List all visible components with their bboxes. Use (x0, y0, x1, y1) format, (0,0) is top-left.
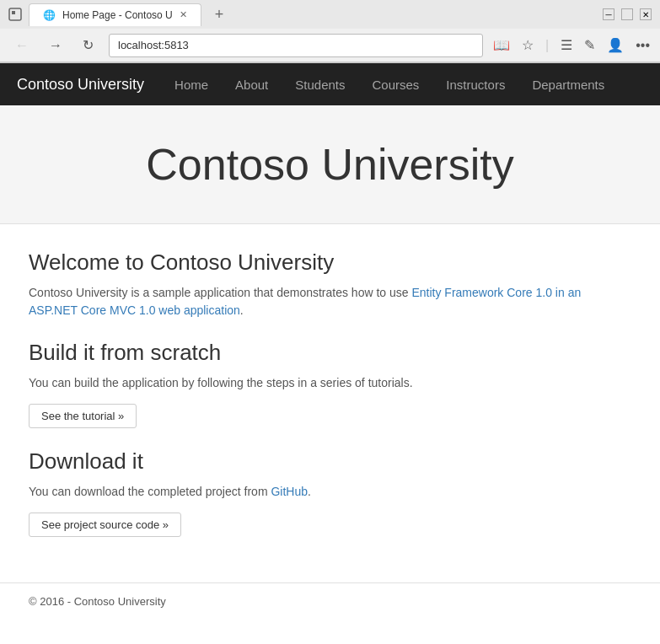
nav-link-instructors[interactable]: Instructors (432, 65, 518, 105)
build-text: You can build the application by followi… (29, 374, 612, 392)
minimize-button[interactable]: ─ (603, 8, 614, 20)
url-input[interactable] (109, 34, 483, 57)
website-content: Contoso University Home About Students C… (0, 63, 660, 614)
intro-text-after: . (240, 303, 244, 317)
download-paragraph: You can download the completed project f… (29, 483, 612, 501)
refresh-button[interactable]: ↻ (78, 35, 99, 55)
tab-favicon: 🌐 (43, 9, 56, 21)
browser-tab[interactable]: 🌐 Home Page - Contoso U ✕ (29, 3, 201, 26)
more-icon[interactable]: ••• (636, 38, 650, 53)
tutorial-button[interactable]: See the tutorial » (29, 404, 137, 428)
download-heading: Download it (29, 448, 612, 475)
welcome-heading: Welcome to Contoso University (29, 250, 612, 276)
nav-link-departments[interactable]: Departments (518, 65, 618, 105)
source-code-button[interactable]: See project source code » (29, 513, 181, 537)
main-content: Welcome to Contoso University Contoso Un… (0, 241, 641, 582)
tab-title: Home Page - Contoso U (62, 9, 173, 21)
edit-icon[interactable]: ✎ (584, 37, 595, 53)
nav-link-students[interactable]: Students (282, 65, 358, 105)
download-text-after: . (308, 485, 311, 498)
close-button[interactable]: ✕ (640, 8, 652, 20)
github-link[interactable]: GitHub (271, 485, 308, 498)
nav-link-about[interactable]: About (222, 65, 282, 105)
window-icon (8, 8, 22, 21)
nav-links: Home About Students Courses Instructors … (161, 65, 618, 105)
navbar: Contoso University Home About Students C… (0, 63, 660, 105)
nav-link-courses[interactable]: Courses (359, 65, 433, 105)
forward-button[interactable]: → (44, 36, 67, 55)
svg-rect-1 (12, 11, 15, 14)
hero-title: Contoso University (17, 139, 643, 190)
title-bar: 🌐 Home Page - Contoso U ✕ + ─ ✕ (0, 0, 660, 29)
build-heading: Build it from scratch (29, 340, 612, 366)
nav-link-home[interactable]: Home (161, 65, 222, 105)
bookmark-icon[interactable]: ☆ (522, 37, 534, 53)
intro-paragraph: Contoso University is a sample applicati… (29, 284, 612, 319)
intro-text-before: Contoso University is a sample applicati… (29, 286, 411, 299)
back-button[interactable]: ← (10, 36, 34, 55)
download-text-before: You can download the completed project f… (29, 485, 271, 498)
new-tab-button[interactable]: + (208, 6, 231, 24)
footer-text: © 2016 - Contoso University (29, 595, 166, 608)
menu-icon[interactable]: ☰ (561, 37, 572, 53)
maximize-button[interactable] (621, 8, 633, 20)
navbar-brand[interactable]: Contoso University (17, 76, 144, 94)
address-bar: ← → ↻ 📖 ☆ | ☰ ✎ 👤 ••• (0, 29, 660, 62)
hero-section: Contoso University (0, 105, 660, 224)
profile-icon[interactable]: 👤 (607, 37, 624, 53)
tab-close-button[interactable]: ✕ (180, 9, 187, 20)
reader-view-icon[interactable]: 📖 (493, 37, 510, 53)
page-footer: © 2016 - Contoso University (0, 582, 660, 614)
